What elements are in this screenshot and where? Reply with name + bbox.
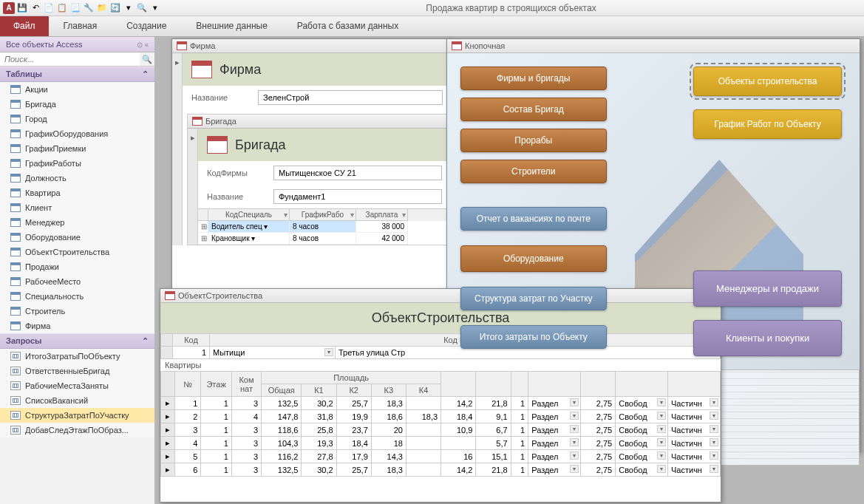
nav-item[interactable]: ГрафикПриемки (0, 141, 154, 156)
firma-header: Фирма (183, 53, 452, 86)
nav-item[interactable]: Фирма (0, 319, 154, 333)
ds-row[interactable]: ⊞Крановщик ▾8 часов42 000 (198, 233, 451, 245)
tab-create[interactable]: Создание (112, 16, 181, 36)
col-spec[interactable]: КодСпециаль (208, 209, 290, 221)
btn-grafik[interactable]: График Работ по Объекту (693, 109, 842, 139)
firma-name-input[interactable] (258, 90, 443, 105)
tab-external[interactable]: Внешние данные (181, 16, 282, 36)
btn-proraby[interactable]: Прорабы (460, 129, 607, 152)
brigada-name-input[interactable] (273, 189, 442, 204)
obj-titlebar[interactable]: ОбъектСтроительства (160, 289, 721, 303)
btn-otchet[interactable]: Отчет о вакансиях по почте (460, 207, 607, 231)
btn-menedzhery[interactable]: Менеджеры и продажи (693, 270, 842, 307)
nav-item[interactable]: Бригада (0, 97, 154, 112)
nav-item[interactable]: ОбъектСтроительства (0, 245, 154, 259)
col-k1[interactable]: К1 (302, 384, 336, 397)
row-selector[interactable] (161, 347, 173, 359)
nav-item[interactable]: ГрафикРаботы (0, 156, 154, 171)
nav-group-0[interactable]: Таблицы⌃ (0, 67, 154, 82)
nav-item[interactable]: Акции (0, 82, 154, 97)
doc-icon[interactable]: 📄 (43, 2, 55, 14)
nav-item[interactable]: Город (0, 112, 154, 126)
nav-item[interactable]: Менеджер (0, 215, 154, 230)
chevron-down-icon[interactable]: ⊙ « (137, 41, 149, 49)
nav-item[interactable]: Должность (0, 171, 154, 185)
search-input[interactable] (0, 52, 140, 66)
col-kod[interactable]: Код (173, 334, 210, 347)
col-ploshad[interactable]: Площадь (262, 372, 441, 384)
nav-item[interactable]: РабочиеМестаЗаняты (0, 378, 154, 393)
nav-item[interactable]: Квартира (0, 185, 154, 200)
btn-objekty[interactable]: Объекты строительства (693, 67, 842, 96)
nav-item[interactable]: ОтветственныеБригад (0, 364, 154, 378)
nav-item-label: ОбъектСтроительства (25, 248, 109, 256)
btn-itogo[interactable]: Итого затраты по Объекту (460, 325, 607, 349)
ds-row[interactable]: ⊞Водитель спец ▾8 часов38 000 (198, 221, 451, 233)
table-row[interactable]: ▸413104,319,318,4185,71Раздел2,75СвободЧ… (161, 437, 721, 450)
cell-gorod[interactable]: Мытищи (210, 347, 336, 359)
save-icon[interactable]: 💾 (16, 2, 28, 14)
nav-item-label: Должность (25, 174, 67, 183)
nav-item[interactable]: ИтогоЗатратыПоОбъекту (0, 349, 154, 364)
col-obsh[interactable]: Общая (262, 384, 302, 397)
btn-sostav[interactable]: Состав Бригад (460, 98, 607, 121)
refresh-icon[interactable]: 🔄 (109, 2, 121, 14)
btn-stroiteli[interactable]: Строители (460, 160, 607, 183)
table-row[interactable]: ▸613132,530,225,718,314,221,81Раздел2,75… (161, 463, 721, 477)
table-row[interactable]: ▸214147,831,819,918,618,318,49,11Раздел2… (161, 410, 721, 423)
col-zp[interactable]: Зарплата (356, 209, 408, 221)
brigada-header-text: Бригада (235, 137, 286, 153)
col-komnat[interactable]: Ком нат (231, 372, 261, 397)
btn-oborudovanie[interactable]: Оборудование (460, 245, 607, 272)
col-n[interactable]: № (174, 372, 200, 397)
col-graf[interactable]: ГрафикРабо (290, 209, 356, 221)
btn-klienty[interactable]: Клиенты и покупки (693, 320, 842, 356)
col-k4[interactable]: К4 (406, 384, 440, 397)
tab-db[interactable]: Работа с базами данных (282, 16, 413, 36)
knop-titlebar[interactable]: Кнопочная (447, 39, 860, 53)
brigada-kod-input[interactable] (273, 166, 442, 180)
table-icon (10, 307, 21, 316)
zoom-icon[interactable]: 🔍 (136, 2, 148, 14)
dropdown2-icon[interactable]: ▾ (149, 2, 161, 14)
nav-item[interactable]: Продажи (0, 259, 154, 274)
nav-item[interactable]: Строитель (0, 304, 154, 319)
query-icon (10, 381, 21, 390)
table-row[interactable]: ▸313118,625,823,72010,96,71Раздел2,75Сво… (161, 423, 721, 437)
nav-group-1[interactable]: Запросы⌃ (0, 333, 154, 349)
search-icon[interactable]: 🔍 (140, 52, 154, 66)
record-selector[interactable]: ▸ (172, 53, 183, 245)
undo-icon[interactable]: ↶ (30, 2, 41, 14)
folder-icon[interactable]: 📁 (96, 2, 108, 14)
btn-firmy[interactable]: Фирмы и бригады (460, 67, 607, 90)
nav-item[interactable]: СтруктураЗатратПоУчастку (0, 408, 154, 423)
btn-struktura[interactable]: Структура затрат по Участку (460, 287, 607, 310)
app-icon[interactable]: A (3, 2, 15, 14)
brigada-titlebar[interactable]: Бригада (188, 115, 451, 129)
col-k2[interactable]: К2 (336, 384, 371, 397)
nav-item[interactable]: Оборудование (0, 230, 154, 245)
nav-item[interactable]: Клиент (0, 200, 154, 215)
table-icon (10, 277, 21, 286)
nav-header[interactable]: Все объекты Access ⊙ « (0, 37, 154, 52)
nav-item[interactable]: ГрафикОборудования (0, 126, 154, 141)
table-row[interactable]: ▸513116,227,817,914,31615,11Раздел2,75Св… (161, 450, 721, 463)
col-k3[interactable]: К3 (371, 384, 406, 397)
nav-item[interactable]: СписокВакансий (0, 393, 154, 408)
cell-kod[interactable]: 1 (173, 347, 210, 359)
dropdown-icon[interactable]: ▾ (123, 2, 135, 14)
nav-item[interactable]: Специальность (0, 289, 154, 304)
file-tab[interactable]: Файл (0, 16, 49, 36)
query-icon (10, 367, 21, 375)
tab-home[interactable]: Главная (49, 16, 112, 36)
col-etazh[interactable]: Этаж (201, 372, 232, 397)
nav-item[interactable]: ДобавСледЭтажПоОбраз... (0, 423, 154, 437)
tools-icon[interactable]: 🔧 (83, 2, 95, 14)
firma-titlebar[interactable]: Фирма (172, 39, 452, 53)
record-selector[interactable]: ▸ (188, 129, 198, 245)
obj-header: ОбъектСтроительства (160, 303, 721, 333)
doc2-icon[interactable]: 📋 (56, 2, 68, 14)
table-row[interactable]: ▸113132,530,225,718,314,221,81Раздел2,75… (161, 397, 721, 410)
doc3-icon[interactable]: 📃 (69, 2, 81, 14)
nav-item[interactable]: РабочееМесто (0, 274, 154, 289)
